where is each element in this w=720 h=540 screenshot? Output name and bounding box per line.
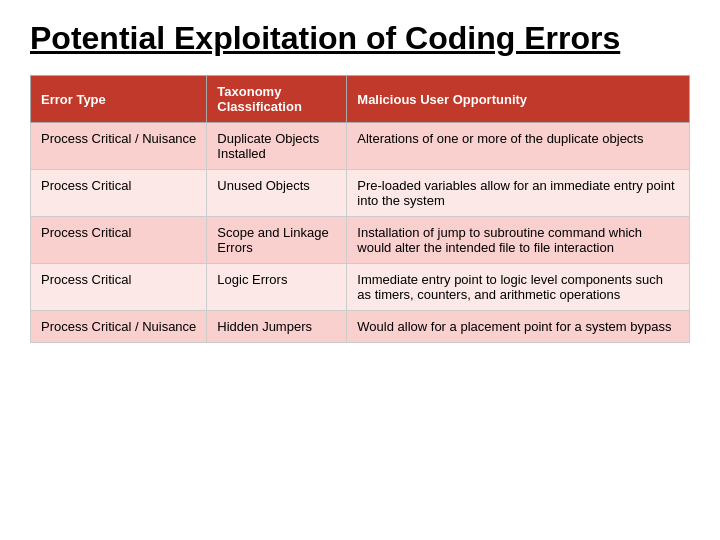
col-header-error-type: Error Type: [31, 76, 207, 123]
cell-error-type: Process Critical: [31, 170, 207, 217]
table-row: Process CriticalUnused ObjectsPre-loaded…: [31, 170, 690, 217]
cell-taxonomy: Scope and Linkage Errors: [207, 217, 347, 264]
page-container: Potential Exploitation of Coding Errors …: [0, 0, 720, 363]
table-header-row: Error Type Taxonomy Classification Malic…: [31, 76, 690, 123]
col-header-taxonomy: Taxonomy Classification: [207, 76, 347, 123]
cell-error-type: Process Critical / Nuisance: [31, 123, 207, 170]
cell-error-type: Process Critical: [31, 217, 207, 264]
cell-opportunity: Would allow for a placement point for a …: [347, 311, 690, 343]
exploitation-table: Error Type Taxonomy Classification Malic…: [30, 75, 690, 343]
cell-taxonomy: Unused Objects: [207, 170, 347, 217]
col-header-opportunity: Malicious User Opportunity: [347, 76, 690, 123]
cell-error-type: Process Critical / Nuisance: [31, 311, 207, 343]
cell-opportunity: Installation of jump to subroutine comma…: [347, 217, 690, 264]
table-row: Process CriticalLogic ErrorsImmediate en…: [31, 264, 690, 311]
table-row: Process Critical / NuisanceHidden Jumper…: [31, 311, 690, 343]
cell-opportunity: Immediate entry point to logic level com…: [347, 264, 690, 311]
cell-error-type: Process Critical: [31, 264, 207, 311]
cell-opportunity: Pre-loaded variables allow for an immedi…: [347, 170, 690, 217]
table-row: Process CriticalScope and Linkage Errors…: [31, 217, 690, 264]
cell-opportunity: Alterations of one or more of the duplic…: [347, 123, 690, 170]
table-row: Process Critical / NuisanceDuplicate Obj…: [31, 123, 690, 170]
cell-taxonomy: Logic Errors: [207, 264, 347, 311]
cell-taxonomy: Hidden Jumpers: [207, 311, 347, 343]
page-title: Potential Exploitation of Coding Errors: [30, 20, 690, 57]
cell-taxonomy: Duplicate Objects Installed: [207, 123, 347, 170]
